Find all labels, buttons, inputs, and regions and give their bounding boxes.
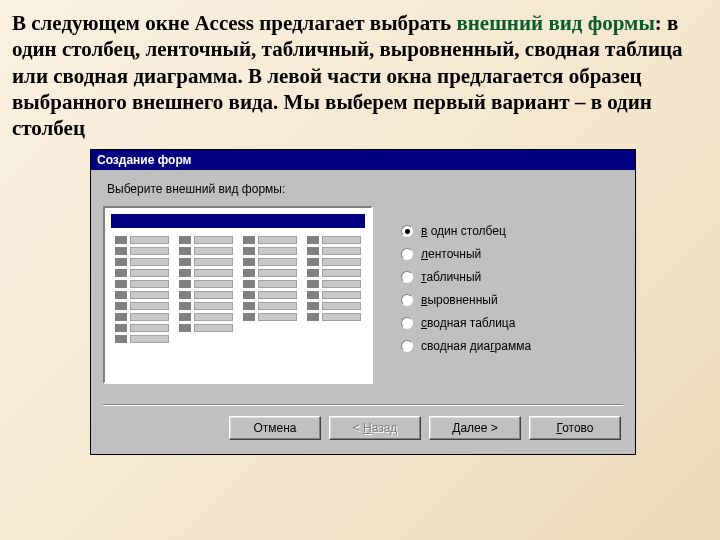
finish-button[interactable]: Готово bbox=[529, 416, 621, 440]
doc-text-pre: В следующем окне Access предлагает выбра… bbox=[12, 11, 456, 35]
option-label: ленточный bbox=[421, 247, 481, 261]
option-datasheet[interactable]: табличный bbox=[401, 270, 623, 284]
back-button-label: < Назад bbox=[353, 421, 398, 435]
radio-icon bbox=[401, 317, 413, 329]
radio-icon bbox=[401, 225, 413, 237]
layout-options: в один столбец ленточный табличный выров… bbox=[401, 206, 623, 353]
dialog-body: Выберите внешний вид формы: bbox=[91, 170, 635, 454]
option-label: табличный bbox=[421, 270, 481, 284]
option-pivotchart[interactable]: сводная диаграмма bbox=[401, 339, 623, 353]
radio-icon bbox=[401, 340, 413, 352]
back-button[interactable]: < Назад bbox=[329, 416, 421, 440]
dialog-instruction: Выберите внешний вид формы: bbox=[107, 182, 623, 196]
cancel-button[interactable]: Отмена bbox=[229, 416, 321, 440]
wizard-button-row: Отмена < Назад Далее > Готово bbox=[103, 416, 623, 448]
next-button-label: Далее > bbox=[452, 421, 498, 435]
radio-icon bbox=[401, 248, 413, 260]
wizard-dialog: Создание форм Выберите внешний вид формы… bbox=[90, 149, 636, 455]
preview-header-band bbox=[111, 214, 365, 228]
doc-text-accent: внешний вид формы bbox=[456, 11, 654, 35]
option-columnar[interactable]: в один столбец bbox=[401, 224, 623, 238]
option-label: выровненный bbox=[421, 293, 498, 307]
dialog-titlebar: Создание форм bbox=[91, 150, 635, 170]
radio-icon bbox=[401, 294, 413, 306]
radio-icon bbox=[401, 271, 413, 283]
option-justified[interactable]: выровненный bbox=[401, 293, 623, 307]
instruction-paragraph: В следующем окне Access предлагает выбра… bbox=[0, 0, 720, 149]
layout-preview bbox=[103, 206, 373, 384]
preview-field-grid bbox=[111, 236, 365, 343]
next-button[interactable]: Далее > bbox=[429, 416, 521, 440]
dialog-title: Создание форм bbox=[97, 153, 191, 167]
option-label: в один столбец bbox=[421, 224, 506, 238]
cancel-button-label: Отмена bbox=[253, 421, 296, 435]
option-pivottable[interactable]: сводная таблица bbox=[401, 316, 623, 330]
divider bbox=[103, 404, 623, 406]
finish-button-label: Готово bbox=[556, 421, 593, 435]
option-label: сводная таблица bbox=[421, 316, 515, 330]
option-tabular[interactable]: ленточный bbox=[401, 247, 623, 261]
option-label: сводная диаграмма bbox=[421, 339, 531, 353]
